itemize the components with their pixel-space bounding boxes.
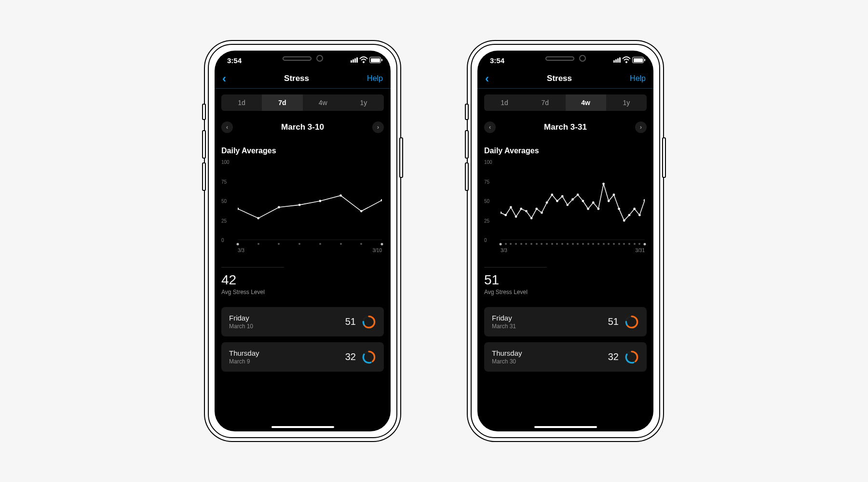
svg-point-39 [618, 208, 620, 210]
date-range: March 3-10 [281, 122, 324, 132]
svg-point-22 [530, 217, 533, 219]
svg-point-43 [638, 214, 641, 216]
svg-point-24 [541, 212, 543, 214]
avg-summary: 51 Avg Stress Level [484, 267, 547, 295]
avg-value: 51 [484, 272, 547, 288]
x-axis-end: 3/31 [636, 248, 645, 253]
svg-point-29 [566, 204, 569, 206]
svg-point-41 [628, 214, 631, 216]
segment-7d[interactable]: 7d [525, 94, 565, 111]
svg-point-35 [597, 208, 600, 210]
svg-point-17 [504, 214, 507, 216]
status-indicators [351, 57, 381, 63]
phone-frame-left: 3:54 ‹ Stress Help 1d 7d 4w [205, 41, 400, 441]
svg-point-26 [551, 194, 553, 196]
prev-range-button[interactable]: ‹ [221, 121, 233, 133]
svg-point-31 [577, 194, 579, 196]
mute-switch [202, 104, 206, 120]
card-day: Friday [229, 314, 253, 322]
card-date: March 9 [229, 358, 259, 365]
nav-header: ‹ Stress Help [215, 69, 391, 89]
svg-point-34 [592, 201, 595, 204]
volume-down-button [465, 162, 469, 191]
prev-range-button[interactable]: ‹ [484, 121, 496, 133]
home-indicator[interactable] [534, 426, 597, 428]
volume-down-button [202, 162, 206, 191]
x-axis-start: 3/3 [238, 248, 244, 253]
wifi-icon [623, 57, 630, 63]
battery-icon [369, 57, 381, 63]
status-time: 3:54 [490, 56, 504, 65]
cellular-icon [351, 57, 358, 63]
mute-switch [465, 104, 469, 120]
card-date: March 31 [492, 323, 516, 330]
notch [521, 51, 610, 66]
day-card[interactable]: Thursday March 30 32 [484, 342, 647, 372]
svg-point-37 [608, 200, 610, 202]
stress-ring-icon [624, 350, 639, 364]
card-value: 51 [608, 316, 619, 327]
day-card[interactable]: Friday March 31 51 [484, 307, 647, 336]
card-value: 32 [608, 351, 619, 362]
stress-ring-icon [362, 315, 376, 329]
svg-point-18 [510, 206, 512, 209]
front-camera [316, 55, 323, 62]
time-range-segments: 1d 7d 4w 1y [484, 94, 647, 111]
svg-point-20 [520, 208, 522, 210]
notch [258, 51, 347, 66]
svg-point-30 [571, 198, 574, 201]
help-link[interactable]: Help [367, 74, 383, 83]
power-button [662, 137, 666, 178]
home-indicator[interactable] [271, 426, 334, 428]
help-link[interactable]: Help [630, 74, 646, 83]
svg-point-21 [525, 210, 528, 213]
speaker-grille [283, 56, 312, 61]
svg-point-32 [582, 200, 584, 202]
svg-point-42 [633, 208, 636, 210]
svg-point-19 [515, 215, 517, 218]
svg-point-38 [613, 194, 615, 196]
back-button[interactable]: ‹ [485, 73, 489, 84]
avg-summary: 42 Avg Stress Level [221, 267, 284, 295]
svg-point-36 [602, 183, 605, 185]
next-range-button[interactable]: › [635, 121, 647, 133]
svg-point-23 [535, 208, 538, 210]
segment-1y[interactable]: 1y [343, 94, 384, 111]
volume-up-button [465, 130, 469, 159]
time-range-segments: 1d 7d 4w 1y [221, 94, 384, 111]
page-title: Stress [284, 74, 309, 83]
segment-1d[interactable]: 1d [221, 94, 262, 111]
speaker-grille [545, 56, 574, 61]
x-axis-start: 3/3 [501, 248, 507, 253]
svg-point-3 [278, 206, 280, 209]
day-card[interactable]: Thursday March 9 32 [221, 342, 384, 372]
daily-averages-chart[interactable]: 1007550250 3/3 3/31 [484, 162, 647, 254]
section-title: Daily Averages [221, 147, 384, 155]
card-date: March 30 [492, 358, 522, 365]
card-value: 32 [345, 351, 356, 362]
svg-point-2 [257, 217, 259, 219]
day-card[interactable]: Friday March 10 51 [221, 307, 384, 336]
svg-point-33 [587, 208, 589, 210]
svg-point-27 [556, 200, 558, 202]
avg-label: Avg Stress Level [221, 289, 284, 295]
svg-point-4 [298, 204, 301, 206]
segment-1d[interactable]: 1d [484, 94, 525, 111]
status-time: 3:54 [227, 56, 242, 65]
section-title: Daily Averages [484, 147, 647, 155]
svg-point-7 [360, 210, 363, 213]
power-button [399, 137, 403, 178]
segment-4w[interactable]: 4w [566, 94, 606, 111]
segment-7d[interactable]: 7d [262, 94, 302, 111]
daily-averages-chart[interactable]: 1007550250 3/3 3/10 [221, 162, 384, 254]
segment-4w[interactable]: 4w [303, 94, 343, 111]
segment-1y[interactable]: 1y [606, 94, 647, 111]
svg-point-6 [339, 194, 342, 197]
svg-point-5 [319, 200, 321, 202]
back-button[interactable]: ‹ [222, 73, 226, 84]
next-range-button[interactable]: › [372, 121, 384, 133]
phone-frame-right: 3:54 ‹ Stress Help 1d 7d 4w [468, 41, 663, 441]
card-date: March 10 [229, 323, 253, 330]
battery-icon [632, 57, 644, 63]
front-camera [579, 55, 586, 62]
